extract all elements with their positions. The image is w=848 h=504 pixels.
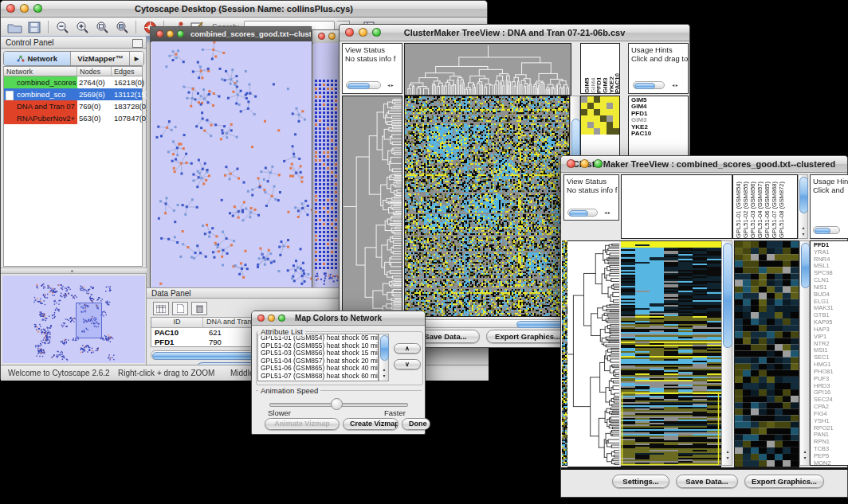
network-row[interactable]: combined_sco 2569(6) 13112(15): [4, 88, 142, 100]
tv2-row-dendrogram[interactable]: [567, 240, 619, 467]
tv2-usage-scroll[interactable]: [813, 226, 840, 234]
zoom-out-icon[interactable]: [53, 20, 71, 35]
gene-label[interactable]: PAC10: [631, 131, 688, 137]
tv2-zoom-vscroll[interactable]: ▴▾: [799, 240, 810, 466]
tv2-heatmap[interactable]: [619, 240, 721, 467]
minimize-icon[interactable]: [580, 159, 589, 168]
float-panel-icon[interactable]: [132, 39, 143, 48]
tv2-export-graphics-button[interactable]: Export Graphics...: [744, 475, 824, 488]
tv2-settings-button[interactable]: Settings...: [612, 475, 669, 488]
create-vizmap-button[interactable]: Create Vizmap: [343, 418, 398, 430]
column-label[interactable]: GPL51-03 (GSM856): [749, 182, 756, 238]
tv2-labels-scroll[interactable]: ▴▾: [798, 174, 808, 239]
splitter-handle[interactable]: [1, 268, 147, 274]
scroll-arrows-icon[interactable]: ◂ ▸: [384, 82, 397, 88]
minimize-icon[interactable]: [359, 28, 367, 37]
column-label[interactable]: GPL51-07 (GSM868): [771, 182, 778, 238]
tab-network[interactable]: Network: [4, 52, 71, 65]
column-label[interactable]: GPL51-06 (GSM865): [764, 182, 771, 238]
network1-canvas[interactable]: [151, 41, 312, 288]
minimize-icon[interactable]: [328, 33, 336, 40]
network-row[interactable]: DNA and Tran 07 769(0) 183728(0): [4, 100, 142, 112]
column-label[interactable]: GIM5: [583, 77, 589, 93]
tv1-heatmap[interactable]: [404, 96, 570, 317]
tv2-status-scroll-thumb[interactable]: [569, 210, 588, 217]
tv1-status-scroll-thumb[interactable]: [347, 83, 370, 89]
col-network[interactable]: Network: [4, 67, 77, 76]
zoom-in-icon[interactable]: [73, 20, 91, 35]
network-overview-canvas[interactable]: [2, 275, 145, 363]
speed-slider-thumb[interactable]: [331, 398, 343, 410]
zoom-fit-icon[interactable]: [93, 20, 111, 35]
open-file-icon[interactable]: [6, 20, 23, 35]
column-label[interactable]: PAC10: [614, 73, 619, 93]
network-row[interactable]: combined_scores 2764(0) 16218(0): [4, 76, 142, 88]
network-row[interactable]: RNAPuberNov2+ 563(0) 107847(0): [4, 112, 142, 124]
scroll-arrows-icon[interactable]: ▴▾: [381, 366, 387, 379]
save-icon[interactable]: [26, 20, 43, 35]
scroll-arrows-icon[interactable]: ◂ ▸: [669, 82, 681, 88]
zoom-selected-icon[interactable]: [113, 20, 131, 35]
minimize-icon[interactable]: [20, 4, 29, 13]
animate-vizmap-button[interactable]: Animate Vizmap: [265, 418, 340, 430]
new-attribute-icon[interactable]: [172, 302, 188, 315]
attribute-list-scroll[interactable]: ▴▾: [379, 334, 389, 381]
tab-overflow-arrow[interactable]: ▶: [130, 52, 143, 65]
close-icon[interactable]: [567, 159, 575, 168]
tv2-vscroll-thumb[interactable]: [723, 243, 732, 348]
column-label[interactable]: GPL51-01 (GSM854): [735, 182, 742, 238]
tv2-labels-scroll-thumb[interactable]: [799, 177, 808, 213]
treeview1-titlebar[interactable]: ClusterMaker TreeView : DNA and Tran 07-…: [340, 25, 689, 41]
attribute-list[interactable]: GPL51-01 (GSM854) heat shock 05 minGPL51…: [257, 334, 379, 381]
column-label[interactable]: GIM3: [602, 77, 607, 93]
zoom-window-icon[interactable]: [177, 30, 184, 37]
column-label[interactable]: GPL51-08 (GSM872): [778, 182, 785, 238]
attribute-item[interactable]: GPL51-07 (GSM868) heat shock 60 min: [258, 373, 378, 381]
id-column-header[interactable]: ID: [151, 318, 203, 327]
tv1-zoom-heatmap[interactable]: [581, 96, 619, 135]
minimize-icon[interactable]: [268, 315, 275, 322]
network1-titlebar[interactable]: combined_scores_good.txt--cluste...: [151, 27, 311, 42]
scroll-arrows-icon[interactable]: ◂ ▸: [601, 209, 614, 216]
close-icon[interactable]: [156, 30, 163, 37]
column-label[interactable]: GIM4: [590, 77, 595, 93]
minimize-icon[interactable]: [167, 30, 174, 37]
tv1-row-dendrogram[interactable]: [342, 96, 402, 317]
tv2-zoom-heatmap[interactable]: [734, 240, 799, 467]
zoom-window-icon[interactable]: [372, 28, 381, 37]
scroll-arrows-icon[interactable]: ▴▾: [724, 448, 731, 461]
done-button[interactable]: Done: [402, 418, 430, 430]
move-up-button[interactable]: ∧: [394, 343, 421, 354]
dialog-titlebar[interactable]: Map Colors to Network: [252, 311, 425, 326]
tv2-heatmap-vscroll[interactable]: ▴▾: [721, 240, 732, 466]
tv2-usage-scroll-thumb[interactable]: [815, 228, 830, 234]
tv2-zoom-vscroll-thumb[interactable]: [801, 243, 810, 288]
col-nodes[interactable]: Nodes: [77, 67, 112, 76]
tv1-usage-scroll[interactable]: [633, 81, 665, 89]
tv1-usage-scroll-thumb[interactable]: [634, 83, 655, 89]
scroll-arrows-icon[interactable]: ▴▾: [802, 448, 808, 461]
tv2-status-scroll[interactable]: [567, 209, 598, 217]
column-label[interactable]: GPL51-02 (GSM855): [742, 182, 749, 238]
treeview2-titlebar[interactable]: ClusterMaker TreeView : combined_scores_…: [561, 156, 847, 173]
tv1-status-scroll[interactable]: [346, 81, 381, 89]
tab-vizmapper[interactable]: VizMapper™: [71, 52, 130, 65]
close-icon[interactable]: [345, 28, 354, 37]
zoom-window-icon[interactable]: [594, 159, 603, 168]
col-edges[interactable]: Edges: [112, 67, 142, 76]
tv1-export-graphics-button[interactable]: Export Graphics...: [486, 330, 569, 343]
zoom-window-icon[interactable]: [33, 4, 42, 13]
tv1-column-dendrogram[interactable]: [404, 43, 571, 96]
move-down-button[interactable]: ∨: [394, 359, 421, 369]
zoom-window-icon[interactable]: [278, 315, 285, 322]
close-icon[interactable]: [318, 33, 325, 40]
scroll-arrows-icon[interactable]: ▴▾: [800, 225, 807, 237]
close-icon[interactable]: [6, 4, 15, 13]
main-titlebar[interactable]: Cytoscape Desktop (Session Name: collins…: [1, 1, 487, 18]
gene-label[interactable]: MON2: [814, 460, 848, 466]
tv2-save-data-button[interactable]: Save Data...: [676, 475, 738, 488]
attribute-table-icon[interactable]: [153, 302, 169, 315]
column-label[interactable]: GPL51-04 (GSM857): [756, 182, 764, 238]
attribute-scroll-thumb[interactable]: [380, 335, 389, 361]
trash-icon[interactable]: [191, 302, 207, 315]
